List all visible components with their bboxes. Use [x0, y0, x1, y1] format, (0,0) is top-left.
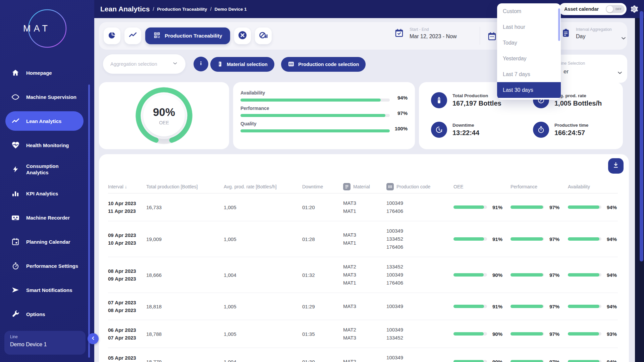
- oee-components-card: Availability94%Performance97%Quality100%: [233, 82, 415, 149]
- sidebar-item-lean-analytics[interactable]: Lean Analytics: [5, 111, 84, 131]
- barcode-icon: [386, 183, 394, 190]
- cell-availability: 94%: [568, 204, 618, 210]
- percent-bar-fill: [568, 237, 599, 241]
- cell-performance: 97%: [511, 272, 568, 278]
- cell-oee: 90%: [453, 359, 511, 362]
- dropdown-scrollbar[interactable]: [558, 8, 560, 41]
- date-preset-button[interactable]: [487, 31, 497, 43]
- cell-interval: 06 Apr 202307 Apr 2023: [108, 326, 146, 342]
- sidebar-item-planning-calendar[interactable]: Planning Calendar: [5, 232, 84, 251]
- breadcrumb-device[interactable]: Demo Device 1: [215, 7, 247, 12]
- preset-option-last-30-days[interactable]: Last 30 days: [497, 82, 561, 98]
- preset-option-today[interactable]: Today: [497, 35, 561, 51]
- percent-bar-fill: [453, 273, 484, 277]
- percent-bar-track: [568, 360, 601, 362]
- settings-gear-icon[interactable]: [630, 5, 638, 13]
- cell-materials: MAT3MAT1: [343, 199, 386, 215]
- top-bar: Lean Analytics / Production Traceability…: [94, 0, 644, 18]
- trend-chart-tab[interactable]: [124, 27, 141, 44]
- report-chart-tab[interactable]: [255, 27, 272, 44]
- cell-oee: 90%: [453, 272, 511, 278]
- percent-bar-fill: [453, 205, 484, 209]
- sidebar-item-consumption-analytics[interactable]: Consumption Analytics: [5, 160, 84, 179]
- close-view-tab[interactable]: [234, 27, 251, 44]
- preset-option-custom[interactable]: Custom: [497, 3, 561, 19]
- sidebar-collapse-button[interactable]: [88, 333, 99, 344]
- download-icon: [612, 162, 620, 170]
- interval-aggregation-field[interactable]: Interval Aggregation Day: [561, 27, 612, 40]
- cell-production-codes: 100349176406: [386, 354, 453, 362]
- percent-value: 94%: [607, 236, 617, 242]
- sidebar-item-machine-recorder[interactable]: Machine Recorder: [5, 208, 84, 227]
- cell-avg-prod-rate: 1,005: [224, 204, 302, 210]
- breadcrumb-section[interactable]: Production Traceability: [157, 7, 207, 12]
- column-total-production[interactable]: Total production [Bottles]: [146, 184, 224, 189]
- column-performance[interactable]: Performance: [511, 184, 568, 189]
- device-selector[interactable]: Line Demo Device 1: [4, 331, 86, 355]
- asset-calendar-toggle[interactable]: OFF: [606, 5, 625, 13]
- sidebar-item-kpi-analytics[interactable]: KPI Analytics: [5, 184, 84, 203]
- date-range-field[interactable]: Start - End Mar 12, 2023 - Now: [394, 27, 457, 40]
- sidebar-item-performance-settings[interactable]: Performance Settings: [5, 256, 84, 276]
- percent-cell: 97%: [511, 359, 568, 362]
- column-interval[interactable]: Interval ↓: [108, 184, 146, 189]
- cell-total-production: 18,788: [146, 331, 224, 337]
- sidebar-nav: HomepageMachine SupervisionLean Analytic…: [0, 63, 94, 324]
- table-row: 06 Apr 202307 Apr 202318,7881,00501:35MA…: [108, 320, 618, 348]
- column-avg-prod-rate[interactable]: Avg. prod. rate [Bottles/h]: [224, 184, 302, 189]
- column-downtime[interactable]: Downtime: [302, 184, 343, 189]
- production-code-selection-button[interactable]: Production code selection: [281, 57, 366, 72]
- aggregation-selection-dropdown[interactable]: Aggregation selection: [103, 54, 185, 74]
- cell-downtime: 01:32: [302, 272, 343, 278]
- stat-total-production: Total Production167,197 Bottles: [431, 92, 501, 108]
- sidebar-item-homepage[interactable]: Homepage: [5, 63, 84, 82]
- breadcrumb-root[interactable]: Lean Analytics: [100, 5, 150, 13]
- percent-value: 91%: [492, 204, 502, 210]
- material-selection-button[interactable]: Material selection: [210, 57, 274, 72]
- cell-materials: MAT2: [343, 358, 386, 362]
- cell-production-codes: 100349176406: [386, 199, 453, 215]
- percent-bar-track: [511, 305, 544, 308]
- percent-value: 94%: [607, 359, 617, 362]
- send-icon: [11, 286, 20, 294]
- sidebar-item-label: Homepage: [26, 70, 52, 76]
- page-scrollbar-thumb[interactable]: [640, 11, 643, 261]
- cell-materials: MAT3MAT1: [343, 231, 386, 247]
- wrench-icon: [11, 310, 20, 318]
- percent-bar-track: [453, 237, 487, 241]
- sidebar-item-health-monitoring[interactable]: Health Monitoring: [5, 135, 84, 155]
- preset-option-last-hour[interactable]: Last hour: [497, 19, 561, 35]
- percent-bar-track: [453, 273, 487, 277]
- preset-option-last-7-days[interactable]: Last 7 days: [497, 66, 561, 82]
- info-button[interactable]: [194, 57, 208, 71]
- sidebar-item-machine-supervision[interactable]: Machine Supervision: [5, 87, 84, 107]
- column-production-code[interactable]: Production code: [386, 183, 453, 190]
- cell-downtime: 01:20: [302, 204, 343, 210]
- sidebar-scrollbar[interactable]: [88, 84, 90, 358]
- percent-bar-fill: [568, 273, 599, 277]
- download-button[interactable]: [608, 158, 624, 174]
- stat-label: Total Production: [452, 93, 501, 98]
- percent-value: 97%: [549, 236, 559, 242]
- percent-bar-track: [453, 205, 487, 209]
- cell-production-codes: 100349133452176406: [386, 227, 453, 251]
- column-oee[interactable]: OEE: [453, 184, 511, 189]
- device-selector-label: Line: [10, 335, 86, 339]
- cell-oee: 90%: [453, 331, 511, 337]
- cell-oee: 91%: [453, 204, 511, 210]
- cell-total-production: 18,666: [146, 272, 224, 278]
- production-traceability-tab[interactable]: Production Traceability: [145, 27, 230, 44]
- sidebar-item-label: Consumption Analytics: [26, 163, 80, 176]
- sidebar-item-options[interactable]: Options: [5, 304, 84, 324]
- cell-availability: 94%: [568, 304, 618, 309]
- sidebar-item-smart-notifications[interactable]: Smart Notifications: [5, 280, 84, 300]
- preset-option-yesterday[interactable]: Yesterday: [497, 51, 561, 66]
- percent-bar-track: [453, 305, 487, 308]
- pie-chart-tab[interactable]: [104, 27, 120, 44]
- column-availability[interactable]: Availability: [568, 184, 618, 189]
- close-circle-icon: [237, 30, 248, 42]
- column-material[interactable]: Material: [343, 183, 386, 190]
- percent-bar-fill: [453, 305, 484, 308]
- percent-cell: 91%: [453, 304, 511, 309]
- percent-cell: 97%: [511, 236, 568, 242]
